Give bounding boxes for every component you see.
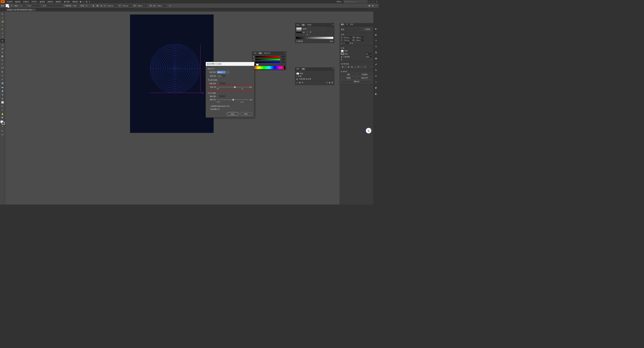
- align-icon[interactable]: ▦: [96, 4, 99, 7]
- rotate-tool[interactable]: ↻: [0, 58, 4, 62]
- concentric-skew-slider[interactable]: [217, 87, 248, 87]
- distribute-h[interactable]: ⫴: [360, 66, 364, 68]
- props-x-input[interactable]: [343, 36, 352, 38]
- symbol-sprayer-tool[interactable]: ✲: [0, 97, 4, 100]
- slice-tool[interactable]: ✂: [0, 108, 4, 112]
- right-tab-layers[interactable]: 图层: [349, 23, 354, 26]
- fill-dropdown-icon[interactable]: ▾: [10, 4, 13, 7]
- gradient-tab-stroke[interactable]: 描边: [295, 23, 301, 26]
- workspace-switcher[interactable]: Web ▾: [336, 0, 342, 3]
- strip-pathfinder-icon[interactable]: ◩: [374, 86, 378, 90]
- column-graph-tool[interactable]: 📊: [0, 101, 4, 104]
- distribute-v[interactable]: ⫼: [364, 66, 367, 68]
- mesh-tool[interactable]: ▦: [0, 81, 4, 85]
- r-slider[interactable]: [255, 56, 280, 58]
- style-swatch[interactable]: ▢: [86, 4, 88, 7]
- menu-view[interactable]: 视图(V): [55, 0, 62, 3]
- align-left[interactable]: ⯇: [341, 66, 344, 68]
- send-icon[interactable]: ✈: [88, 0, 91, 3]
- color-panel-menu-icon[interactable]: ≡: [284, 52, 286, 54]
- props-w-input[interactable]: [356, 36, 364, 38]
- reference-point-icon[interactable]: ⊡: [226, 71, 229, 74]
- strip-play-icon[interactable]: ▶: [374, 33, 378, 36]
- draw-mode-icon[interactable]: ◻: [0, 129, 4, 132]
- quick-recolor-button[interactable]: 重新着色: [341, 80, 372, 83]
- quick-isolate-button[interactable]: 隔离组: [341, 77, 356, 80]
- quick-ungroup-button[interactable]: 取消编组: [357, 73, 372, 76]
- add-fx-icon[interactable]: fx.: [302, 82, 304, 83]
- right-tab-libraries[interactable]: 库: [345, 23, 349, 26]
- window-minimize[interactable]: —: [369, 1, 371, 3]
- strip-layers-icon[interactable]: ◧: [374, 92, 378, 96]
- shape-builder-tool[interactable]: ⬡: [0, 74, 4, 77]
- add-fill-icon[interactable]: ▣: [299, 82, 301, 84]
- align-more-icon[interactable]: ⋯: [371, 66, 372, 68]
- lasso-tool[interactable]: ⌇: [0, 24, 4, 27]
- pen-tool[interactable]: ✒: [0, 27, 4, 31]
- type-tool[interactable]: T: [0, 35, 4, 39]
- close-tab-icon[interactable]: ✕: [33, 9, 35, 11]
- paintbrush-tool[interactable]: 🖌: [0, 47, 4, 50]
- g-slider[interactable]: [255, 59, 280, 60]
- strip-color-icon[interactable]: ◐: [374, 27, 378, 30]
- props-h-input[interactable]: [356, 39, 364, 41]
- color-tab-color[interactable]: 颜色: [258, 52, 263, 55]
- appearance-tab-appearance[interactable]: 外观: [301, 68, 306, 71]
- fill-grid-checkbox[interactable]: 填色网格 (F): [208, 108, 252, 110]
- dock-icon[interactable]: ▥: [85, 0, 88, 3]
- appearance-tab-properties[interactable]: 属性: [295, 68, 301, 71]
- floating-widget-icon[interactable]: 🦌: [366, 128, 372, 134]
- white-swatch[interactable]: [256, 64, 258, 65]
- right-tab-properties[interactable]: 属性: [340, 23, 345, 26]
- menu-help[interactable]: 帮助(H): [71, 0, 79, 3]
- uniform-dropdown[interactable]: 等比: [27, 4, 41, 7]
- gradient-slider[interactable]: [296, 37, 333, 39]
- trash-icon[interactable]: 🗑: [331, 82, 333, 83]
- gradient-type-dropdown[interactable]: [307, 27, 325, 30]
- screen-mode-icon[interactable]: ▭: [0, 133, 4, 136]
- menu-effect[interactable]: 效果(C): [46, 0, 54, 3]
- gradient-tool[interactable]: ▬: [0, 85, 4, 89]
- fx-icon[interactable]: fx.: [341, 59, 343, 60]
- link-wh-icon[interactable]: ⛓: [149, 4, 152, 7]
- cancel-button[interactable]: 取消: [240, 112, 252, 115]
- compound-path-checkbox[interactable]: 从椭圆形创建复合路径 (C): [208, 105, 252, 107]
- width-tool[interactable]: ⟷: [0, 66, 4, 69]
- strip-type-icon[interactable]: A: [374, 39, 378, 42]
- radial-skew-slider[interactable]: [217, 99, 249, 100]
- align-right[interactable]: ⯈: [347, 66, 350, 68]
- align-vcenter[interactable]: ≡: [354, 66, 357, 68]
- appearance-panel-menu-icon[interactable]: ≡: [332, 68, 334, 71]
- magic-wand-tool[interactable]: ✨: [0, 20, 4, 23]
- color-tab-guide[interactable]: 颜色参考: [263, 52, 271, 55]
- props-stroke-weight[interactable]: [365, 53, 372, 55]
- color-tab-swatches[interactable]: 色板: [252, 52, 258, 55]
- menu-file[interactable]: 文件(F): [6, 0, 14, 3]
- gradient-tab-gradient[interactable]: 渐变: [301, 23, 306, 26]
- props-opacity-input[interactable]: [365, 56, 372, 58]
- flip-h-icon[interactable]: ⇋: [350, 42, 351, 44]
- prefs-icon[interactable]: ▥: [372, 4, 374, 7]
- eraser-tool[interactable]: ◧: [0, 54, 4, 58]
- menu-window[interactable]: 窗口(W): [63, 0, 71, 3]
- props-angle-input[interactable]: [343, 42, 349, 44]
- quick-symbol-button[interactable]: 存储为符号: [357, 77, 372, 80]
- document-tab[interactable]: 未标题-1* @ 50% (RGB/GPU 预览) ✕: [5, 8, 36, 12]
- transform-more-icon[interactable]: ⋯: [371, 42, 372, 44]
- align-top[interactable]: ⯅: [351, 66, 354, 68]
- more-icon[interactable]: ⋯: [375, 4, 378, 7]
- strip-link-icon[interactable]: ⛓: [374, 51, 378, 54]
- shaper-tool[interactable]: ✎: [0, 51, 4, 54]
- stock-search[interactable]: [344, 0, 368, 3]
- bridge-icon[interactable]: ▦: [79, 0, 82, 3]
- spectrum-picker[interactable]: [253, 66, 285, 69]
- window-maximize[interactable]: □: [373, 1, 375, 3]
- polar-grid-tool[interactable]: ◎: [0, 39, 4, 43]
- strip-fx-icon[interactable]: fx: [374, 68, 378, 72]
- curvature-tool[interactable]: ∿: [0, 31, 4, 35]
- r-value[interactable]: [281, 56, 285, 58]
- height-input[interactable]: [217, 74, 226, 77]
- strip-brush-icon[interactable]: 🖌: [374, 62, 378, 66]
- strip-paragraph-icon[interactable]: ¶: [374, 45, 378, 48]
- blend-tool[interactable]: ⧉: [0, 93, 4, 96]
